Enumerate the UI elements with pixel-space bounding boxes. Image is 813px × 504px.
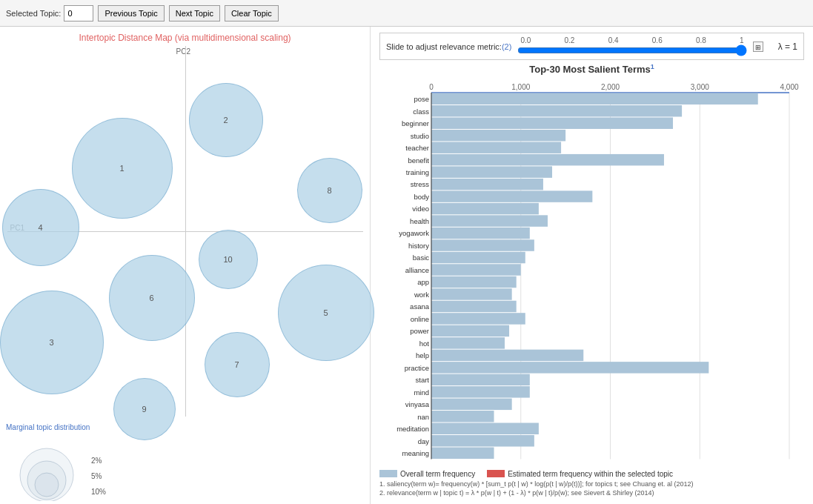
bar-overall-29 bbox=[431, 448, 494, 459]
bar-overall-12 bbox=[431, 240, 534, 251]
svg-text:nan: nan bbox=[417, 413, 429, 421]
bar-overall-3 bbox=[431, 130, 565, 141]
svg-text:power: power bbox=[410, 328, 429, 336]
svg-text:hot: hot bbox=[419, 339, 430, 348]
svg-text:help: help bbox=[416, 352, 429, 360]
lambda-label: λ = 1 bbox=[778, 42, 797, 52]
bar-overall-20 bbox=[431, 337, 505, 348]
topic-bubble-3[interactable]: 3 bbox=[0, 291, 104, 394]
bar-overall-4 bbox=[431, 142, 561, 153]
topic-bubble-6[interactable]: 6 bbox=[109, 255, 195, 341]
svg-text:training: training bbox=[406, 168, 429, 176]
tick-1: 1 bbox=[740, 36, 744, 44]
prev-topic-button[interactable]: Previous Topic bbox=[98, 5, 164, 21]
axis-vertical bbox=[185, 46, 186, 417]
legend-10pct: 10% bbox=[91, 488, 106, 496]
bar-overall-22 bbox=[431, 362, 709, 373]
overall-legend-label: Overall term frequency bbox=[400, 470, 475, 478]
left-panel: Intertopic Distance Map (via multidimens… bbox=[0, 27, 371, 504]
bar-overall-15 bbox=[431, 276, 517, 288]
svg-text:history: history bbox=[408, 242, 429, 250]
bar-overall-11 bbox=[431, 228, 530, 239]
clear-topic-button[interactable]: Clear Topic bbox=[225, 5, 279, 21]
bar-overall-10 bbox=[431, 216, 548, 227]
topic-bubble-5[interactable]: 5 bbox=[278, 265, 374, 361]
bar-chart-area: 01,0002,0003,0004,000poseclassbeginnerst… bbox=[379, 78, 804, 466]
svg-text:2,000: 2,000 bbox=[601, 83, 620, 91]
selected-legend: Estimated term frequency within the sele… bbox=[487, 470, 673, 478]
bar-overall-23 bbox=[431, 374, 530, 385]
bar-overall-26 bbox=[431, 411, 494, 422]
bar-overall-24 bbox=[431, 386, 530, 397]
svg-text:yogawork: yogawork bbox=[399, 230, 429, 238]
overall-legend-box bbox=[379, 470, 397, 477]
bar-overall-16 bbox=[431, 289, 512, 300]
svg-text:practice: practice bbox=[405, 364, 429, 372]
bar-overall-17 bbox=[431, 301, 517, 312]
bar-overall-8 bbox=[431, 191, 592, 202]
legend-circles-svg bbox=[6, 434, 87, 501]
bar-overall-0 bbox=[431, 93, 758, 105]
overall-legend: Overall term frequency bbox=[379, 470, 475, 478]
slider-label: Slide to adjust relevance metric:(2) bbox=[386, 42, 511, 51]
bar-overall-25 bbox=[431, 399, 512, 410]
selected-legend-label: Estimated term frequency within the sele… bbox=[508, 470, 673, 478]
main-content: Intertopic Distance Map (via multidimens… bbox=[0, 27, 813, 504]
map-title: Intertopic Distance Map (via multidimens… bbox=[6, 33, 364, 43]
svg-text:vinyasa: vinyasa bbox=[405, 401, 430, 409]
next-topic-button[interactable]: Next Topic bbox=[169, 5, 220, 21]
bar-overall-27 bbox=[431, 423, 539, 434]
footnote2: 2. relevance(term w | topic t) = λ * p(w… bbox=[379, 488, 804, 498]
topic-bubble-4[interactable]: 4 bbox=[2, 189, 79, 266]
bar-overall-21 bbox=[431, 350, 583, 361]
svg-point-2 bbox=[35, 473, 59, 497]
bar-overall-6 bbox=[431, 167, 552, 178]
legend-title: Marginal topic distribution bbox=[6, 423, 154, 431]
slider-section: Slide to adjust relevance metric:(2) 0.0… bbox=[379, 33, 804, 60]
topic-bubble-7[interactable]: 7 bbox=[205, 332, 270, 397]
bar-chart-svg: 01,0002,0003,0004,000poseclassbeginnerst… bbox=[379, 78, 804, 466]
tick-0: 0.0 bbox=[520, 36, 531, 44]
slider-icon: ⊞ bbox=[753, 42, 763, 52]
svg-text:day: day bbox=[418, 437, 430, 445]
svg-text:teacher: teacher bbox=[405, 144, 429, 152]
svg-text:studio: studio bbox=[411, 132, 429, 140]
bar-overall-19 bbox=[431, 325, 509, 336]
svg-text:app: app bbox=[417, 279, 429, 287]
topic-bubble-10[interactable]: 10 bbox=[199, 230, 258, 289]
bar-overall-14 bbox=[431, 265, 521, 276]
bar-overall-28 bbox=[431, 435, 534, 446]
right-panel: Slide to adjust relevance metric:(2) 0.0… bbox=[371, 27, 813, 504]
chart-legend: Overall term frequency Estimated term fr… bbox=[379, 470, 804, 478]
legend-2pct: 2% bbox=[91, 457, 106, 465]
svg-text:4,000: 4,000 bbox=[780, 83, 798, 91]
svg-text:0: 0 bbox=[429, 83, 434, 91]
tick-08: 0.8 bbox=[696, 36, 706, 44]
selected-topic-label: Selected Topic: bbox=[6, 9, 61, 18]
bar-overall-9 bbox=[431, 203, 539, 214]
topic-input[interactable] bbox=[64, 5, 93, 21]
legend-5pct: 5% bbox=[91, 472, 106, 480]
svg-text:asana: asana bbox=[410, 303, 430, 311]
svg-text:3,000: 3,000 bbox=[691, 83, 709, 91]
svg-text:beginner: beginner bbox=[402, 119, 429, 127]
tick-04: 0.4 bbox=[608, 36, 619, 44]
chart-title: Top-30 Most Salient Terms1 bbox=[379, 63, 804, 75]
tick-06: 0.6 bbox=[652, 36, 663, 44]
svg-text:stress: stress bbox=[411, 181, 430, 189]
pc2-label: PC2 bbox=[176, 47, 190, 56]
map-container: PC2 PC1 12345678910 bbox=[7, 46, 363, 417]
topic-bubble-1[interactable]: 1 bbox=[72, 118, 173, 219]
topic-bubble-2[interactable]: 2 bbox=[189, 83, 263, 157]
bar-overall-13 bbox=[431, 252, 525, 263]
svg-text:mind: mind bbox=[414, 388, 429, 397]
topic-bubble-8[interactable]: 8 bbox=[297, 158, 362, 223]
bar-overall-18 bbox=[431, 314, 525, 325]
svg-text:video: video bbox=[412, 205, 429, 213]
lambda-slider[interactable] bbox=[517, 44, 746, 56]
bar-overall-5 bbox=[431, 154, 664, 165]
svg-text:pose: pose bbox=[414, 95, 429, 103]
bar-overall-1 bbox=[431, 105, 682, 116]
svg-text:meaning: meaning bbox=[402, 449, 429, 457]
svg-text:alliance: alliance bbox=[405, 266, 429, 274]
